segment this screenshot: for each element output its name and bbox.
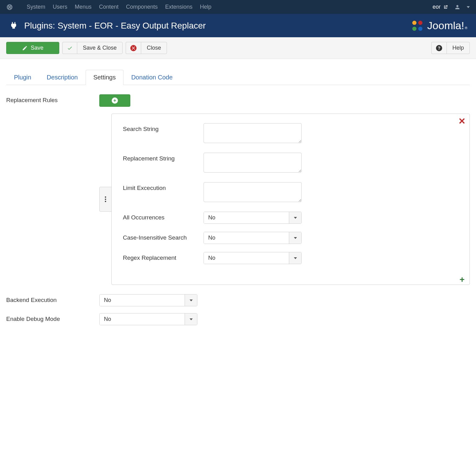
plus-icon: +: [112, 97, 118, 104]
label-all-occurrences: All Occurrences: [123, 212, 204, 221]
save-button[interactable]: Save: [6, 42, 59, 54]
joomla-logo-mark: [410, 18, 425, 33]
input-limit-execution[interactable]: [204, 182, 302, 202]
select-value: No: [100, 313, 185, 325]
user-dropdown-caret[interactable]: [467, 6, 470, 8]
topbar-menu: System Users Menus Content Components Ex…: [27, 4, 211, 10]
rule-panel: ✕ Search String Replacement String Limit…: [111, 114, 470, 285]
joomla-logo-text: Joomla!®: [427, 20, 467, 32]
select-enable-debug[interactable]: No: [99, 313, 197, 325]
chevron-down-icon: [289, 232, 301, 244]
menu-help[interactable]: Help: [200, 4, 211, 10]
input-replacement-string[interactable]: [204, 153, 302, 173]
add-rule-below-button[interactable]: +: [460, 275, 467, 283]
select-backend-execution[interactable]: No: [99, 294, 197, 306]
close-group: Close: [126, 42, 167, 54]
chevron-down-icon: [185, 313, 197, 325]
row-search-string: Search String: [123, 123, 458, 145]
save-close-icon-button[interactable]: [62, 42, 77, 54]
row-replacement-string: Replacement String: [123, 153, 458, 174]
rule-panel-wrapper: ✕ Search String Replacement String Limit…: [99, 114, 470, 285]
remove-rule-button[interactable]: ✕: [458, 117, 466, 124]
site-preview-link[interactable]: eor: [433, 4, 448, 10]
site-name: eor: [433, 4, 441, 10]
select-regex-replacement[interactable]: No: [204, 252, 302, 264]
svg-point-0: [412, 20, 416, 25]
joomla-logo: Joomla!®: [410, 18, 467, 33]
menu-content[interactable]: Content: [99, 4, 119, 10]
content-area: Plugin Description Settings Donation Cod…: [0, 59, 476, 344]
chevron-down-icon: [289, 252, 301, 264]
select-value: No: [204, 212, 289, 223]
close-icon-button[interactable]: [126, 42, 141, 54]
label-limit-execution: Limit Excecution: [123, 182, 204, 191]
joomla-icon[interactable]: [6, 4, 13, 11]
select-value: No: [100, 295, 185, 306]
topbar-right: eor: [433, 4, 470, 10]
tab-bar: Plugin Description Settings Donation Cod…: [6, 70, 470, 85]
close-button[interactable]: Close: [141, 42, 167, 54]
drag-dots-icon: [105, 196, 106, 202]
svg-point-1: [418, 20, 422, 25]
row-replacement-rules: Replacement Rules +: [6, 94, 470, 107]
topbar-left: System Users Menus Content Components Ex…: [6, 4, 211, 11]
menu-extensions[interactable]: Extensions: [165, 4, 192, 10]
svg-point-3: [418, 26, 422, 30]
check-icon: [67, 45, 73, 51]
tab-description[interactable]: Description: [39, 70, 86, 85]
select-value: No: [204, 252, 289, 264]
row-regex-replacement: Regex Replacement No: [123, 252, 458, 264]
tab-settings[interactable]: Settings: [86, 70, 123, 85]
help-group: ? Help: [431, 42, 470, 54]
label-replacement-string: Replacement String: [123, 153, 204, 162]
label-case-insensitive: Case-Insensitive Search: [123, 232, 204, 241]
apply-icon: [22, 45, 28, 51]
row-backend-execution: Backend Execution No: [6, 294, 470, 306]
select-value: No: [204, 232, 289, 244]
select-all-occurrences[interactable]: No: [204, 212, 302, 224]
tab-plugin[interactable]: Plugin: [6, 70, 39, 85]
help-button[interactable]: Help: [447, 42, 470, 54]
row-limit-execution: Limit Excecution: [123, 182, 458, 204]
plug-icon: [9, 21, 19, 31]
page-title: Plugins: System - EOR - Easy Output Repl…: [9, 21, 206, 31]
page-header: Plugins: System - EOR - Easy Output Repl…: [0, 14, 476, 37]
menu-menus[interactable]: Menus: [75, 4, 92, 10]
row-case-insensitive: Case-Insensitive Search No: [123, 232, 458, 244]
label-search-string: Search String: [123, 123, 204, 133]
select-case-insensitive[interactable]: No: [204, 232, 302, 244]
input-search-string[interactable]: [204, 123, 302, 143]
chevron-down-icon: [289, 212, 301, 223]
menu-components[interactable]: Components: [126, 4, 158, 10]
user-menu-icon[interactable]: [454, 4, 460, 10]
save-close-button[interactable]: Save & Close: [77, 42, 123, 54]
help-icon-button[interactable]: ?: [431, 42, 447, 54]
label-backend-execution: Backend Execution: [6, 294, 99, 304]
menu-system[interactable]: System: [27, 4, 45, 10]
cancel-icon: [130, 45, 137, 51]
row-all-occurrences: All Occurrences No: [123, 212, 458, 224]
label-enable-debug: Enable Debug Mode: [6, 313, 99, 322]
external-link-icon: [443, 5, 448, 10]
chevron-down-icon: [185, 295, 197, 306]
admin-topbar: System Users Menus Content Components Ex…: [0, 0, 476, 14]
row-enable-debug: Enable Debug Mode No: [6, 313, 470, 325]
menu-users[interactable]: Users: [53, 4, 67, 10]
drag-handle[interactable]: [99, 187, 112, 212]
svg-point-2: [412, 26, 416, 30]
question-icon: ?: [436, 45, 442, 51]
save-close-group: Save & Close: [62, 42, 123, 54]
label-replacement-rules: Replacement Rules: [6, 94, 99, 104]
add-rule-button[interactable]: +: [99, 94, 130, 107]
tab-donation-code[interactable]: Donation Code: [123, 70, 180, 85]
action-toolbar: Save Save & Close Close ? Help: [0, 37, 476, 59]
label-regex-replacement: Regex Replacement: [123, 252, 204, 261]
